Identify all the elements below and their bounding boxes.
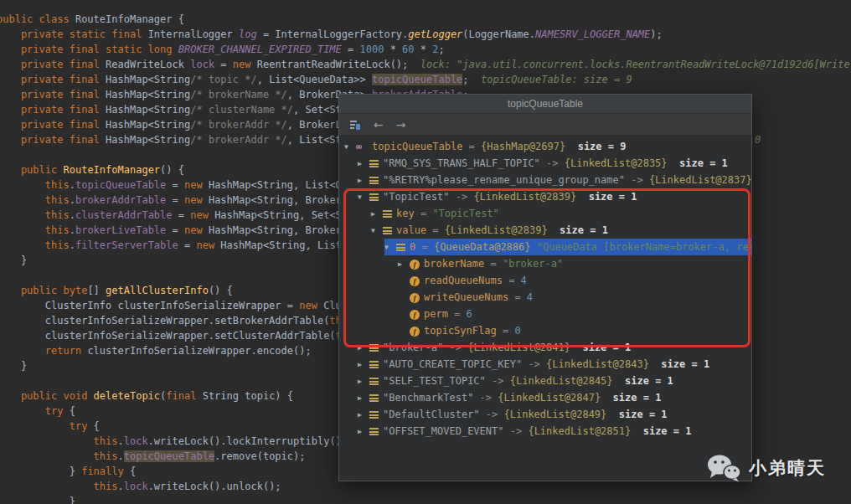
field-icon: f — [410, 310, 420, 320]
expand-arrow-icon[interactable]: ▶ — [358, 407, 369, 424]
watch-icon: ∞ — [356, 139, 368, 156]
tree-row[interactable]: ▶fbrokerName = "broker-a" — [339, 255, 751, 272]
list-icon — [396, 244, 405, 251]
code-line: private final static long BROKER_CHANNEL… — [0, 42, 851, 57]
tree-row[interactable]: fperm = 6 — [339, 306, 751, 322]
field-icon: f — [410, 260, 420, 270]
popup-title: topicQueueTable — [508, 98, 583, 110]
forward-icon[interactable]: → — [396, 119, 406, 131]
popup-title-bar[interactable]: topicQueueTable — [339, 95, 751, 114]
tree-row[interactable]: ▶key = "TopicTest" — [339, 205, 751, 222]
watermark-text: 小弟晴天 — [749, 456, 826, 480]
list-icon — [383, 227, 392, 234]
expand-arrow-icon[interactable]: ▶ — [358, 373, 369, 390]
collapse-arrow-icon[interactable]: ▼ — [371, 223, 383, 239]
list-icon — [369, 344, 379, 352]
expand-arrow-icon[interactable]: ▶ — [358, 390, 369, 407]
expand-arrow-icon[interactable]: ▶ — [358, 357, 369, 373]
tree-row[interactable]: ▼0 = {QueueData@2886} "QueueData [broker… — [339, 239, 751, 255]
code-line: } — [0, 494, 851, 504]
inline-hint-fragment: 0 — [755, 132, 761, 147]
debugger-popup: topicQueueTable ← → ▼∞topicQueueTable = … — [338, 94, 752, 481]
field-icon: f — [410, 276, 420, 286]
tree-row[interactable]: ▶"OFFSET_MOVED_EVENT" -> {LinkedList@285… — [339, 423, 751, 440]
tree-row[interactable]: ftopicSynFlag = 0 — [339, 322, 751, 339]
expand-arrow-icon[interactable]: ▶ — [358, 340, 369, 357]
list-icon — [383, 210, 392, 218]
tree-row[interactable]: ▼value = {LinkedList@2839} size = 1 — [339, 222, 751, 239]
expand-arrow-icon[interactable]: ▶ — [358, 156, 369, 172]
list-icon — [369, 394, 379, 402]
code-line: private final HashMap<String/* topic */,… — [0, 72, 851, 87]
tree-row[interactable]: ▶"BenchmarkTest" -> {LinkedList@2847} si… — [339, 389, 751, 406]
back-icon[interactable]: ← — [374, 119, 384, 131]
field-icon: f — [410, 327, 420, 337]
code-line: private static final InternalLogger log … — [0, 27, 851, 42]
tree-row[interactable]: ▼"TopicTest" -> {LinkedList@2839} size =… — [339, 188, 751, 205]
tree-row[interactable]: ▶"%RETRY%please_rename_unique_group_name… — [339, 172, 751, 188]
popup-toolbar: ← → — [339, 114, 751, 136]
expand-arrow-icon[interactable]: ▶ — [398, 256, 410, 273]
tree-row[interactable]: ▶"RMQ_SYS_TRANS_HALF_TOPIC" -> {LinkedLi… — [339, 155, 751, 172]
watermark: 小弟晴天 — [706, 454, 826, 482]
code-line: private final ReadWriteLock lock = new R… — [0, 57, 851, 72]
list-icon — [369, 177, 379, 184]
list-icon — [369, 193, 379, 201]
expand-arrow-icon[interactable]: ▶ — [358, 172, 369, 189]
collapse-arrow-icon[interactable]: ▼ — [358, 189, 369, 206]
field-icon: f — [410, 293, 420, 303]
variables-tree: ▼∞topicQueueTable = {HashMap@2697} size … — [339, 135, 751, 481]
code-line: public class RouteInfoManager { — [0, 12, 851, 27]
tree-row[interactable]: ▶"AUTO_CREATE_TOPIC_KEY" -> {LinkedList@… — [339, 356, 751, 373]
list-icon — [369, 428, 379, 435]
list-icon — [369, 411, 379, 419]
list-icon — [369, 160, 379, 167]
tree-row[interactable]: fwriteQueueNums = 4 — [339, 289, 751, 306]
tree-row[interactable]: ▶"SELF_TEST_TOPIC" -> {LinkedList@2845} … — [339, 373, 751, 389]
expand-arrow-icon[interactable]: ▶ — [358, 424, 369, 440]
list-icon — [369, 361, 379, 368]
collapse-arrow-icon[interactable]: ▼ — [384, 239, 396, 256]
collapse-arrow-icon[interactable]: ▼ — [344, 139, 356, 156]
tree-row[interactable]: ▶"broker-a" -> {LinkedList@2841} size = … — [339, 339, 751, 356]
tree-row[interactable]: freadQueueNums = 4 — [339, 272, 751, 289]
expand-arrow-icon[interactable]: ▶ — [371, 206, 383, 223]
ide-window: public class RouteInfoManager { private … — [0, 0, 851, 504]
tree-row[interactable]: ▶"DefaultCluster" -> {LinkedList@2849} s… — [339, 406, 751, 423]
wechat-icon — [706, 454, 741, 482]
tree-row[interactable]: ▼∞topicQueueTable = {HashMap@2697} size … — [339, 138, 751, 155]
view-options-icon[interactable] — [349, 119, 361, 131]
list-icon — [369, 378, 379, 385]
